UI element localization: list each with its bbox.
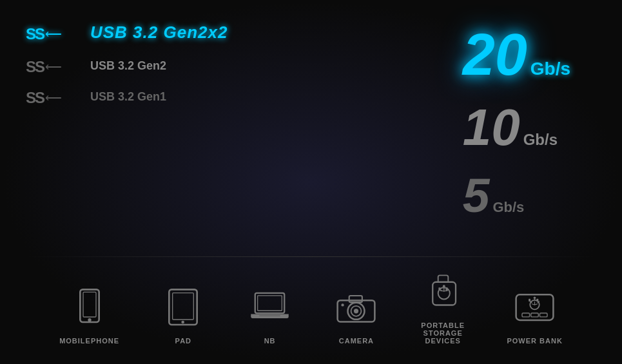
svg-rect-27: [540, 313, 548, 317]
speed-section: 20 Gb/s 10 Gb/s 5 Gb/s: [463, 26, 570, 220]
ss-text-tertiary: SS: [26, 89, 44, 107]
ss-icon-primary: SS ⟵: [26, 25, 77, 43]
camera-label: CAMERA: [339, 337, 374, 345]
spec-label-tertiary: USB 3.2 Gen1: [90, 90, 232, 104]
device-item-pad: PAD: [160, 285, 206, 345]
svg-rect-26: [531, 313, 539, 317]
spec-label-primary: USB 3.2 Gen2x2: [90, 23, 232, 43]
svg-rect-25: [522, 313, 530, 317]
mobilephone-label: MOBILEPHONE: [59, 337, 119, 345]
power-bank-icon: [512, 285, 558, 330]
svg-rect-10: [349, 296, 362, 302]
pad-label: PAD: [175, 337, 191, 345]
divider: [26, 256, 596, 257]
camera-icon: [334, 285, 379, 330]
usb-arrow-primary: ⟵: [45, 27, 62, 41]
mobilephone-icon: [67, 285, 112, 330]
svg-rect-4: [173, 293, 194, 320]
ss-icon-tertiary: SS ⟵: [26, 89, 77, 107]
power-bank-label: POWER BANK: [507, 337, 562, 345]
svg-rect-7: [258, 296, 282, 311]
speed-item-secondary: 10 Gb/s: [463, 102, 570, 153]
top-section: SS ⟵ USB 3.2 Gen2x2 SS ⟵: [26, 13, 596, 253]
speed-number-primary: 20: [463, 26, 527, 84]
ss-text-secondary: SS: [26, 58, 44, 76]
svg-point-5: [182, 321, 185, 324]
svg-rect-19: [445, 287, 447, 291]
device-item-portable-storage: PORTABLE STORAGE DEVICES: [420, 270, 465, 345]
svg-rect-6: [255, 293, 285, 313]
speed-number-tertiary: 5: [463, 171, 490, 220]
ss-text-primary: SS: [26, 25, 44, 43]
device-item-nb: NB: [248, 285, 293, 345]
devices-section: MOBILEPHONE PAD: [26, 260, 596, 351]
svg-point-22: [534, 296, 536, 299]
speed-unit-primary: Gb/s: [530, 59, 570, 79]
svg-rect-24: [537, 298, 539, 301]
device-item-mobilephone: MOBILEPHONE: [59, 285, 119, 345]
device-item-power-bank: POWER BANK: [507, 285, 562, 345]
speed-item-tertiary: 5 Gb/s: [463, 171, 570, 220]
nb-icon: [248, 285, 293, 330]
svg-rect-1: [83, 292, 96, 317]
svg-point-17: [443, 285, 445, 287]
speed-item-primary: 20 Gb/s: [463, 26, 570, 84]
svg-point-14: [342, 303, 344, 306]
ss-icon-secondary: SS ⟵: [26, 58, 77, 76]
main-container: SS ⟵ USB 3.2 Gen2x2 SS ⟵: [0, 0, 622, 364]
device-item-camera: CAMERA: [334, 285, 379, 345]
speed-unit-tertiary: Gb/s: [492, 199, 524, 216]
speed-number-secondary: 10: [463, 102, 520, 153]
usb-arrow-tertiary: ⟵: [45, 91, 62, 105]
usb-arrow-secondary: ⟵: [45, 60, 62, 74]
speed-unit-secondary: Gb/s: [523, 131, 558, 149]
nb-label: NB: [264, 337, 276, 345]
svg-rect-23: [529, 298, 530, 301]
pad-icon: [160, 285, 206, 330]
svg-point-2: [88, 318, 91, 321]
spec-label-secondary: USB 3.2 Gen2: [90, 59, 232, 73]
svg-point-13: [354, 309, 358, 313]
portable-storage-icon: [420, 270, 465, 315]
portable-storage-label: PORTABLE STORAGE DEVICES: [421, 321, 465, 345]
svg-rect-18: [438, 287, 440, 291]
